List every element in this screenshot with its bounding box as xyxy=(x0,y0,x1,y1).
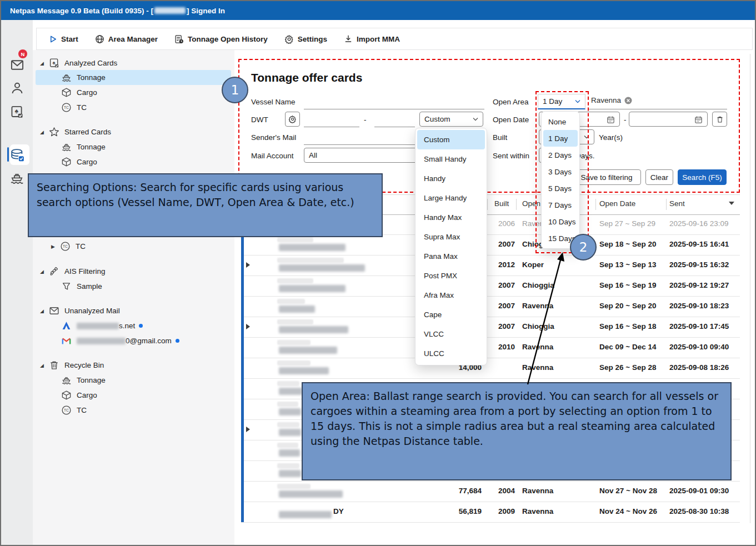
rail-mail-button[interactable]: N xyxy=(1,53,33,77)
table-row[interactable]: 2007 Ravenna Sep 20 ~ Sep 20 2025-09-10 … xyxy=(241,296,740,317)
card-database-icon xyxy=(10,148,24,162)
tc-icon: TC xyxy=(61,405,72,415)
tree-item-mail-account-1[interactable]: s.net xyxy=(36,318,257,333)
redacted-vessel-name xyxy=(279,388,302,395)
tree-item-starred-tonnage[interactable]: Tonnage xyxy=(36,139,257,154)
play-icon xyxy=(49,35,57,43)
table-row[interactable]: 2012 Koper Sep 13 ~ Sep 13 2025-09-15 16… xyxy=(241,255,740,276)
a-mail-provider-icon xyxy=(61,320,72,331)
redacted-subtext xyxy=(277,463,299,468)
rail-card-database-button[interactable] xyxy=(1,143,33,167)
redacted-vessel-name xyxy=(279,264,365,272)
redacted-subtext xyxy=(277,278,313,283)
tree-item-ais-sample[interactable]: Sample xyxy=(36,279,257,294)
redacted-subtext xyxy=(277,484,311,489)
tree-item-recycle-tonnage[interactable]: Tonnage xyxy=(36,373,257,388)
funnel-icon xyxy=(61,281,72,292)
redacted-vessel-name xyxy=(279,429,301,436)
analyzed-cards-icon: ♠ xyxy=(49,58,59,68)
redacted-subtext xyxy=(277,381,299,386)
expanded-triangle-icon[interactable]: ◢ xyxy=(40,129,49,135)
column-divider xyxy=(516,199,517,210)
tonnage-open-history-button[interactable]: Tonnage Open History xyxy=(174,34,268,44)
collapsed-triangle-icon[interactable]: ▶ xyxy=(51,244,60,249)
redacted-subtext xyxy=(277,258,344,263)
redacted-vessel-name xyxy=(279,408,301,415)
dropdown-option[interactable]: Handy xyxy=(417,169,485,188)
row-expander-icon[interactable] xyxy=(246,427,250,432)
dropdown-option[interactable]: Cape xyxy=(417,305,485,324)
column-divider xyxy=(666,199,667,210)
download-icon xyxy=(344,34,353,43)
area-manager-button[interactable]: Area Manager xyxy=(95,34,158,44)
tree-item-recycle-tc[interactable]: TC TC xyxy=(36,403,257,418)
tree-item-starred-tc[interactable]: ▶ TC TC xyxy=(36,239,247,254)
dropdown-option[interactable]: VLCC xyxy=(417,324,485,344)
redacted-vessel-name xyxy=(279,449,300,457)
table-row[interactable]: DY 56,819 2009 Ravenna Nov 24 ~ Nov 26 2… xyxy=(241,502,740,523)
dropdown-option[interactable]: Pana Max xyxy=(417,247,485,266)
window-title-suffix: ] Signed In xyxy=(187,7,225,15)
start-button[interactable]: Start xyxy=(49,35,78,43)
satellite-icon xyxy=(49,266,59,277)
dropdown-option[interactable]: Large Handy xyxy=(417,188,485,208)
redacted-vessel-name xyxy=(279,305,315,313)
table-row[interactable]: 2007 Chioggia Sep 16 ~ Sep 19 2025-09-12… xyxy=(241,275,740,297)
cargo-box-icon xyxy=(61,157,72,167)
dropdown-option[interactable]: Custom xyxy=(417,130,485,149)
tree-item-recycle-cargo[interactable]: Cargo xyxy=(36,388,257,403)
sort-descending-icon[interactable] xyxy=(729,202,734,205)
expanded-triangle-icon[interactable]: ◢ xyxy=(40,269,49,274)
column-sent[interactable]: Sent xyxy=(669,199,685,208)
callout-open-area: Open Area: Ballast range search is provi… xyxy=(302,382,732,480)
mail-icon xyxy=(10,58,24,72)
row-expander-icon[interactable] xyxy=(246,262,250,268)
new-mail-badge: N xyxy=(18,49,27,58)
svg-text:TC: TC xyxy=(64,106,69,109)
dropdown-option[interactable]: Post PMX xyxy=(417,266,485,285)
dropdown-option[interactable]: Handy Max xyxy=(417,208,485,227)
dropdown-option[interactable]: Supra Max xyxy=(417,227,485,247)
import-mma-button[interactable]: Import MMA xyxy=(344,34,400,43)
dropdown-option[interactable]: Afra Max xyxy=(417,285,485,305)
column-divider xyxy=(595,199,596,210)
tree-group-starred-cards[interactable]: ◢ Starred Cards xyxy=(36,124,236,139)
scrollbar-track[interactable] xyxy=(750,54,750,523)
rail-analyzed-cards-button[interactable]: ♠ xyxy=(1,100,33,123)
redacted-subtext xyxy=(277,422,299,427)
table-row[interactable]: 2007 Chioggia Sep 16 ~ Sep 18 2025-09-10… xyxy=(241,317,740,338)
column-open-date[interactable]: Open Date xyxy=(599,199,635,208)
table-row[interactable]: 2010 Ravenna Dec 09 ~ Dec 14 2025-09-10 … xyxy=(241,337,740,358)
tree-group-unanalyzed-mail[interactable]: ◢ Unanalyzed Mail xyxy=(36,303,236,318)
column-built[interactable]: Built xyxy=(494,199,509,208)
redacted-vessel-name xyxy=(279,285,346,292)
row-expander-icon[interactable] xyxy=(246,324,250,329)
navigation-rail: N ♠ xyxy=(1,20,33,546)
gear-icon xyxy=(284,34,294,44)
tc-icon: TC xyxy=(60,241,71,252)
redacted-vessel-name xyxy=(279,326,348,333)
tree-item-analyzed-tc[interactable]: TC TC xyxy=(36,100,257,115)
expanded-triangle-icon[interactable]: ◢ xyxy=(40,61,49,66)
expanded-triangle-icon[interactable]: ◢ xyxy=(40,308,49,314)
dropdown-option[interactable]: Small Handy xyxy=(417,149,485,169)
svg-text:♠: ♠ xyxy=(15,107,19,115)
analyzed-cards-icon: ♠ xyxy=(10,105,24,119)
history-document-icon xyxy=(174,34,184,44)
tree-item-starred-cargo[interactable]: Cargo xyxy=(36,154,257,169)
table-row[interactable]: 2007 Chioggia Sep 18 ~ Sep 20 2025-09-15… xyxy=(241,234,740,256)
table-row[interactable]: 14,000 Ravenna Sep 26 ~ Sep 28 2025-09-0… xyxy=(241,358,740,379)
tree-group-recycle-bin[interactable]: ◢ Recycle Bin xyxy=(36,358,236,373)
unread-dot xyxy=(139,324,143,328)
table-row[interactable]: 77,684 2004 Ravenna Nov 27 ~ Nov 28 2025… xyxy=(241,481,740,502)
expanded-triangle-icon[interactable]: ◢ xyxy=(40,363,49,368)
redacted-subtext xyxy=(277,319,313,324)
redacted-subtext xyxy=(277,402,298,407)
tree-item-mail-account-2[interactable]: 0@gmail.com xyxy=(36,333,257,348)
tree-group-ais-filtering[interactable]: ◢ AIS Filtering xyxy=(36,264,236,279)
vessel-name-tail: DY xyxy=(333,507,344,515)
dropdown-option[interactable]: ULCC xyxy=(417,344,485,363)
tree-group-analyzed-cards[interactable]: ◢ ♠ Analyzed Cards xyxy=(36,56,236,71)
settings-button[interactable]: Settings xyxy=(284,34,327,44)
rail-contacts-button[interactable] xyxy=(1,77,33,100)
